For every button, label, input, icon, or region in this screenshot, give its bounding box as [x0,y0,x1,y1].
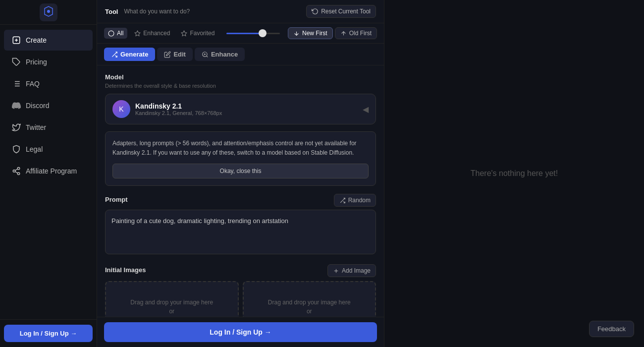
sort-right-buttons: New First Old First [288,27,377,39]
twitter-icon [12,123,21,132]
sidebar-bottom: Log In / Sign Up → [0,319,97,347]
edit-icon [164,51,171,58]
image-slot-1-wrapper: Drag and drop your image here or Upload … [105,281,239,317]
prompt-label: Prompt [105,196,128,203]
topbar: Tool What do you want to do? Reset Curre… [97,0,384,23]
main-scroll-area: Model Determines the overall style & bas… [97,65,384,317]
svg-point-1 [47,10,50,13]
tool-desc: What do you want to do? [124,8,190,15]
image-slot-2[interactable]: Drag and drop your image here or Upload [243,281,376,317]
shield-icon [12,145,21,154]
enhance-tab-label: Enhance [211,51,238,58]
new-first-label: New First [302,30,327,37]
model-name: Kandinsky 2.1 [135,102,222,110]
model-section-label: Model [105,73,376,81]
plus-square-icon [12,36,21,45]
sidebar-item-pricing[interactable]: Pricing [4,52,93,72]
tool-label: Tool [105,8,118,15]
svg-line-25 [207,56,208,57]
model-card[interactable]: K Kandinsky 2.1 Kandinsky 2.1, General, … [105,94,376,124]
image-slot-1[interactable]: Drag and drop your image here or Upload [105,281,239,317]
sidebar-item-label: FAQ [26,80,40,88]
sort-favorited-button[interactable]: Favorited [177,28,218,39]
add-icon [333,268,339,274]
old-first-button[interactable]: Old First [335,27,377,39]
add-image-label: Add Image [342,267,371,274]
initial-images-row: Initial Images Add Image [105,264,376,277]
image-slot-1-text: Drag and drop your image here or [130,298,213,316]
sidebar-item-label: Twitter [26,123,46,131]
sidebar-item-legal[interactable]: Legal [4,139,93,160]
svg-point-13 [13,170,15,173]
enhanced-icon [134,30,141,37]
reset-tool-button[interactable]: Reset Current Tool [306,5,376,18]
sidebar-nav: Create Pricing FAQ Discord Twit [0,25,97,319]
prompt-row: Prompt Random [105,194,376,207]
sidebar-item-create[interactable]: Create [4,30,93,51]
sidebar-item-twitter[interactable]: Twitter [4,117,93,138]
svg-point-14 [17,173,20,175]
image-slot-2-wrapper: Drag and drop your image here or Upload … [243,281,376,317]
main-login-label: Log In / Sign Up → [210,328,271,336]
model-info: Kandinsky 2.1 Kandinsky 2.1, General, 76… [135,102,222,116]
new-first-button[interactable]: New First [288,27,333,39]
sort-favorited-label: Favorited [190,30,215,37]
generate-icon [111,51,118,58]
sidebar-item-discord[interactable]: Discord [4,95,93,116]
list-icon [12,79,21,88]
sort-enhanced-label: Enhanced [143,30,170,37]
images-grid: Drag and drop your image here or Upload … [105,281,376,317]
prompt-textarea[interactable]: Painting of a cute dog, dramatic lightin… [105,210,376,254]
sidebar: Create Pricing FAQ Discord Twit [0,0,97,347]
svg-line-16 [15,169,17,171]
add-image-button[interactable]: Add Image [327,264,376,277]
old-first-label: Old First [349,30,372,37]
main-login-button[interactable]: Log In / Sign Up → [104,322,377,342]
feedback-button[interactable]: Feedback [589,321,634,337]
generate-tab-label: Generate [120,51,148,58]
model-desc: Kandinsky 2.1, General, 768×768px [135,110,222,116]
sidebar-item-label: Discord [26,102,49,110]
svg-point-12 [17,168,20,170]
sortbar: All Enhanced Favorited New First [97,23,384,44]
sidebar-item-label: Create [26,36,47,44]
sidebar-item-affiliate[interactable]: Affiliate Program [4,161,93,181]
sidebar-item-faq[interactable]: FAQ [4,73,93,94]
sort-all-button[interactable]: All [104,28,127,39]
alert-close-label: Okay, close this [220,168,262,174]
sidebar-login-button[interactable]: Log In / Sign Up → [4,325,93,342]
svg-marker-18 [135,31,140,36]
reset-icon [312,8,319,15]
main-bottom: Log In / Sign Up → [97,317,384,347]
sort-enhanced-button[interactable]: Enhanced [130,28,174,39]
svg-marker-19 [181,31,187,36]
image-slot-2-text: Drag and drop your image here or [268,298,351,316]
sidebar-logo [0,0,97,25]
random-button[interactable]: Random [334,194,376,207]
svg-line-15 [15,172,17,173]
sort-slider[interactable] [226,33,280,34]
sidebar-item-label: Pricing [26,58,47,66]
enhance-icon [202,51,209,58]
generate-tab[interactable]: Generate [104,48,155,61]
new-first-icon [293,30,300,37]
edit-tab[interactable]: Edit [157,48,193,61]
tag-icon [12,58,21,66]
empty-message: There's nothing here yet! [471,169,558,178]
model-avatar: K [112,100,130,118]
alert-close-button[interactable]: Okay, close this [112,164,369,178]
sidebar-item-label: Legal [26,145,43,153]
sidebar-login-label: Log In / Sign Up → [20,330,77,337]
model-section-sublabel: Determines the overall style & base reso… [105,83,376,89]
discord-icon [12,101,21,110]
feedback-label: Feedback [597,325,626,333]
random-icon [339,197,346,204]
right-panel: There's nothing here yet! Feedback [384,0,644,347]
all-icon [108,30,114,37]
sidebar-item-label: Affiliate Program [26,167,77,175]
star-icon [181,30,187,37]
old-first-icon [340,30,347,37]
action-tabs: Generate Edit Enhance [97,44,384,65]
model-section: Model Determines the overall style & bas… [105,73,376,124]
enhance-tab[interactable]: Enhance [195,48,245,61]
